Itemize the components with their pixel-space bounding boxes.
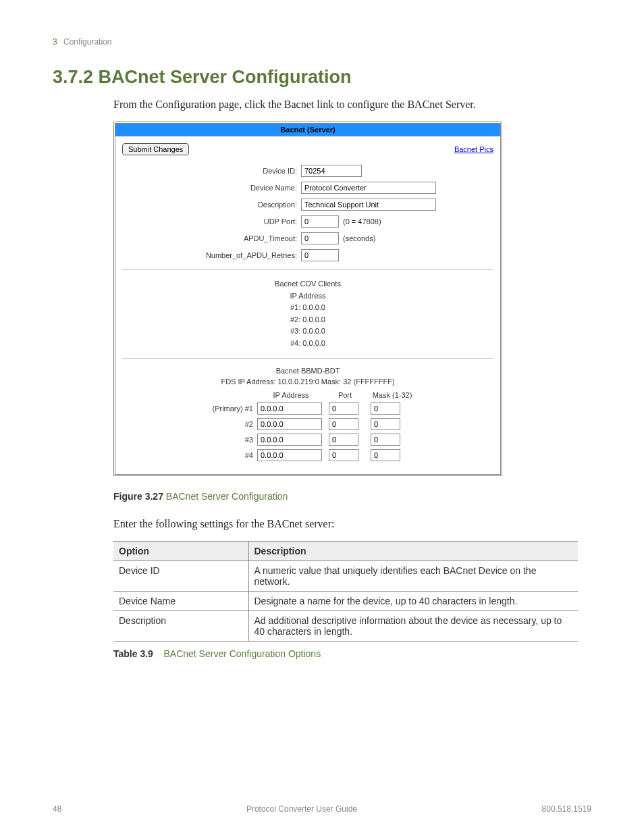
page-number: 48 [53,804,61,814]
description-cell: A numeric value that uniquely identifies… [248,561,578,591]
cov-title: Bacnet COV Clients [122,278,493,290]
options-table: Option Description Device ID A numeric v… [113,541,578,642]
bbmd-port-input[interactable] [329,434,358,446]
bbmd-mask-input[interactable] [371,449,400,461]
table-number: Table 3.9 [113,648,153,659]
bacnet-panel: Bacnet (Server) Submit Changes Bacnet Pi… [113,122,502,476]
bbmd-ip-input[interactable] [257,402,322,415]
bbmd-header-port: Port [325,391,365,399]
bbmd-ip-input[interactable] [257,434,322,446]
options-header-option: Option [113,541,248,561]
apdu-timeout-input[interactable] [301,232,339,244]
bbmd-row-label: (Primary) #1 [122,405,257,413]
cov-block: Bacnet COV Clients IP Address #1: 0.0.0.… [122,278,493,350]
cov-row: #2: 0.0.0.0 [122,314,493,326]
figure-text: BACnet Server Configuration [166,491,288,502]
bbmd-row-label: #3 [122,436,257,444]
apdu-timeout-suffix: (seconds) [343,234,375,242]
bbmd-row-label: #2 [122,420,257,428]
option-cell: Description [113,610,248,641]
udp-port-input[interactable] [301,215,339,228]
submit-changes-button[interactable]: Submit Changes [122,143,189,155]
bbmd-fds: FDS IP Address: 10.0.0.219:0 Mask: 32 (F… [122,377,493,386]
table-row: Description Ad additional descriptive in… [113,610,578,641]
bbmd-port-input[interactable] [329,449,358,461]
section-title: 3.7.2 BACnet Server Configuration [53,67,591,88]
bbmd-row-label: #4 [122,451,257,459]
option-cell: Device Name [113,591,248,610]
panel-title: Bacnet (Server) [115,124,500,136]
table-row: Device ID A numeric value that uniquely … [113,561,578,591]
apdu-timeout-label: APDU_Timeout: [122,234,301,242]
footer-right: 800.518.1519 [542,804,591,814]
bbmd-header-ip: IP Address [257,391,325,399]
cov-row: #3: 0.0.0.0 [122,325,493,338]
bbmd-port-input[interactable] [329,402,358,415]
options-header-description: Description [248,541,578,561]
bbmd-ip-input[interactable] [257,449,322,461]
device-id-input[interactable] [301,165,362,177]
cov-row: #1: 0.0.0.0 [122,302,493,314]
footer-center: Protocol Converter User Guide [246,804,357,814]
description-input[interactable] [301,199,436,211]
apdu-retries-label: Number_of_APDU_Retries: [122,251,301,259]
device-id-label: Device ID: [122,167,301,175]
apdu-retries-input[interactable] [301,249,339,261]
udp-port-label: UDP Port: [122,217,301,226]
option-cell: Device ID [113,561,248,591]
bbmd-ip-input[interactable] [257,418,322,430]
bbmd-block: Bacnet BBMD-BDT FDS IP Address: 10.0.0.2… [122,367,493,461]
bbmd-header-mask: Mask (1-32) [365,391,419,399]
bbmd-mask-input[interactable] [371,434,400,446]
bacnet-pics-link[interactable]: Bacnet Pics [454,145,493,153]
settings-lead: Enter the following settings for the BAC… [113,518,591,530]
bbmd-mask-input[interactable] [371,402,400,415]
bbmd-mask-input[interactable] [371,418,400,430]
intro-text: From the Configuration page, click the B… [113,99,591,111]
cov-row: #4: 0.0.0.0 [122,338,493,350]
bbmd-port-input[interactable] [329,418,358,430]
udp-port-suffix: (0 = 47808) [343,217,381,226]
chapter-number: 3 [53,37,57,47]
chapter-title: Configuration [63,37,111,47]
device-name-label: Device Name: [122,184,301,192]
device-name-input[interactable] [301,182,436,194]
figure-number: Figure 3.27 [113,491,163,502]
running-header: 3 Configuration [53,37,591,47]
description-label: Description: [122,201,301,209]
page-footer: 48 Protocol Converter User Guide 800.518… [53,804,591,814]
figure-caption: Figure 3.27 BACnet Server Configuration [113,491,591,502]
description-cell: Ad additional descriptive information ab… [248,610,578,641]
cov-subtitle: IP Address [122,290,493,303]
description-cell: Designate a name for the device, up to 4… [248,591,578,610]
bbmd-title: Bacnet BBMD-BDT [122,367,493,375]
table-caption: Table 3.9 BACnet Server Configuration Op… [113,648,591,659]
table-row: Device Name Designate a name for the dev… [113,591,578,610]
table-text: BACnet Server Configuration Options [163,648,321,659]
